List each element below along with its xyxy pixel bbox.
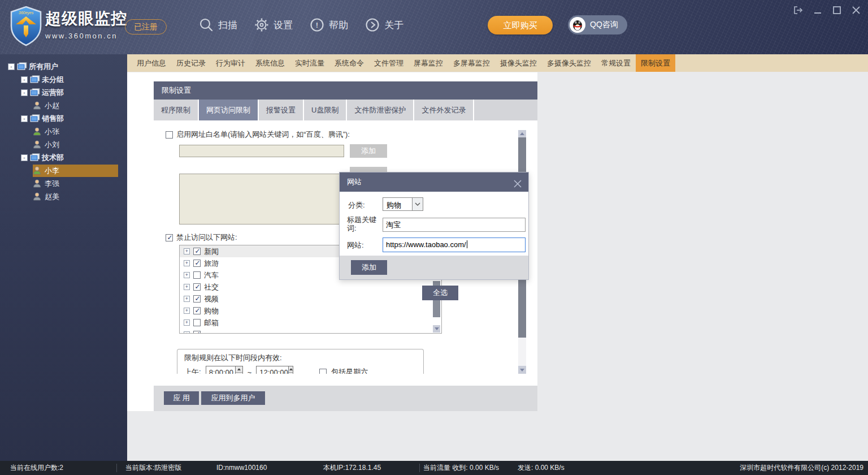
category-label: 购物 (204, 306, 219, 316)
collapse-icon[interactable]: - (21, 76, 28, 83)
buy-now-button[interactable]: 立即购买 (488, 16, 553, 34)
expand-icon[interactable]: + (184, 260, 190, 266)
main-tab[interactable]: 文件管理 (369, 54, 409, 72)
whitelist-listbox[interactable] (179, 174, 345, 224)
category-checkbox[interactable] (193, 307, 201, 314)
site-url-input[interactable]: https://www.taobao.com/ (383, 238, 526, 252)
category-checkbox[interactable] (193, 260, 201, 267)
category-checkbox[interactable] (193, 331, 201, 334)
collapse-icon[interactable]: - (21, 89, 28, 96)
main-tab[interactable]: 行为审计 (211, 54, 250, 72)
category-select[interactable]: 购物 (383, 197, 423, 211)
expand-icon[interactable]: + (184, 319, 190, 326)
sub-tab[interactable]: 文件防泄密保护 (347, 100, 414, 120)
main-tab[interactable]: 多摄像头监控 (542, 54, 596, 72)
minimize-icon[interactable] (813, 6, 823, 15)
chevron-down-icon[interactable] (412, 198, 423, 210)
select-all-button[interactable]: 全选 (422, 286, 458, 300)
spin-up-icon[interactable] (289, 366, 293, 373)
category-row[interactable]: +社交 (180, 281, 441, 293)
qq-consult-button[interactable]: QQ咨询 (568, 15, 627, 34)
main-tab[interactable]: 用户信息 (132, 54, 171, 72)
whitelist-checkbox[interactable] (166, 131, 173, 139)
apply-button[interactable]: 应 用 (164, 391, 199, 405)
maximize-icon[interactable] (832, 6, 842, 15)
expand-icon[interactable]: + (184, 308, 190, 314)
sidebar-item-label: 运营部 (42, 88, 64, 98)
titlebar: 360eyes 超级眼监控 www.360mon.cn 已注册 扫描设置!帮助关… (0, 0, 868, 54)
category-checkbox[interactable] (193, 271, 201, 279)
site-url-value: https://www.taobao.com/ (386, 240, 466, 249)
main-tab[interactable]: 摄像头监控 (495, 54, 542, 72)
content-scroll-up-button[interactable] (518, 130, 526, 137)
sidebar-user-item[interactable]: 小刘 (0, 138, 127, 151)
collapse-icon[interactable]: - (21, 115, 28, 122)
blacklist-checkbox[interactable] (166, 234, 173, 241)
spin-down-icon[interactable] (236, 373, 242, 374)
main-tab[interactable]: 多屏幕监控 (448, 54, 495, 72)
whitelist-keyword-input[interactable] (179, 145, 344, 157)
sidebar-group-item[interactable]: -销售部 (0, 112, 127, 125)
time-to-value[interactable]: 12:00:00 (257, 366, 288, 374)
sidebar-user-item[interactable]: 小李 (0, 164, 127, 177)
spin-down-icon[interactable] (289, 373, 293, 374)
dialog-add-button[interactable]: 添加 (351, 260, 387, 275)
category-checkbox[interactable] (193, 248, 201, 255)
header-nav-item[interactable]: 扫描 (199, 18, 237, 32)
window-controls (793, 6, 861, 15)
expand-icon[interactable]: + (184, 296, 190, 302)
sub-tab[interactable]: 网页访问限制 (199, 100, 259, 120)
header-nav-item[interactable]: 关于 (365, 18, 403, 32)
close-icon[interactable] (851, 6, 861, 15)
category-row[interactable]: +视频 (180, 293, 441, 305)
computers-icon (30, 88, 40, 97)
expand-icon[interactable]: + (184, 331, 190, 334)
header-nav-item[interactable]: 设置 (254, 18, 293, 32)
category-checkbox[interactable] (193, 319, 201, 326)
expand-icon[interactable]: + (184, 272, 190, 278)
sidebar-user-item[interactable]: 小张 (0, 125, 127, 138)
spin-up-icon[interactable] (236, 366, 242, 373)
schedule-groupbox: 限制规则在以下时间段内有效: 上午: 8:00:00 ~ 12:00:00 (177, 349, 424, 374)
sidebar-group-item[interactable]: -运营部 (0, 86, 127, 99)
category-row[interactable]: +购物 (180, 305, 441, 317)
sidebar-user-item[interactable]: 小赵 (0, 99, 127, 112)
sub-tab[interactable]: 程序限制 (154, 100, 199, 120)
category-checkbox[interactable] (193, 283, 201, 291)
sub-tab[interactable]: U盘限制 (304, 100, 347, 120)
include-saturday-checkbox[interactable] (319, 369, 327, 374)
main-tab[interactable]: 系统命令 (329, 54, 369, 72)
main-tab[interactable]: 历史记录 (171, 54, 211, 72)
whitelist-add-button[interactable]: 添加 (350, 144, 387, 158)
close-icon[interactable] (513, 177, 523, 187)
sub-tab[interactable]: 报警设置 (259, 100, 304, 120)
sidebar-item-body: 李强 (33, 178, 118, 190)
main-tab[interactable]: 限制设置 (636, 54, 675, 72)
sidebar-user-item[interactable]: 李强 (0, 177, 127, 190)
time-from-value[interactable]: 8:00:00 (206, 366, 235, 374)
category-checkbox[interactable] (193, 295, 201, 303)
tree-scroll-down-button[interactable] (433, 325, 440, 332)
sidebar-group-item[interactable]: -所有用户 (0, 60, 127, 73)
website-dialog: 网站 分类: 购物 标题关键词: 网站: https://www.taobao.… (339, 172, 529, 280)
category-row[interactable]: + (180, 329, 441, 334)
status-traffic-received: 当前流量 收到: 0.00 KB/s (423, 461, 499, 475)
header-nav-item[interactable]: !帮助 (310, 18, 348, 32)
keyword-input[interactable] (383, 218, 526, 232)
expand-icon[interactable]: + (184, 284, 190, 290)
apply-multi-user-button[interactable]: 应用到多用户 (201, 391, 265, 405)
main-tab[interactable]: 屏幕监控 (409, 54, 448, 72)
category-row[interactable]: +邮箱 (180, 317, 441, 329)
main-tab[interactable]: 系统信息 (250, 54, 290, 72)
main-tab[interactable]: 实时流量 (290, 54, 329, 72)
logout-icon[interactable] (793, 6, 804, 15)
main-tab[interactable]: 常规设置 (596, 54, 636, 72)
expand-icon[interactable]: + (184, 248, 190, 254)
collapse-icon[interactable]: - (21, 154, 28, 161)
sidebar-group-item[interactable]: -未分组 (0, 73, 127, 86)
collapse-icon[interactable]: - (8, 63, 15, 70)
sidebar-group-item[interactable]: -技术部 (0, 151, 127, 164)
sub-tab[interactable]: 文件外发记录 (414, 100, 474, 120)
sidebar-user-item[interactable]: 赵美 (0, 190, 127, 203)
content-scroll-down-button[interactable] (518, 366, 526, 374)
